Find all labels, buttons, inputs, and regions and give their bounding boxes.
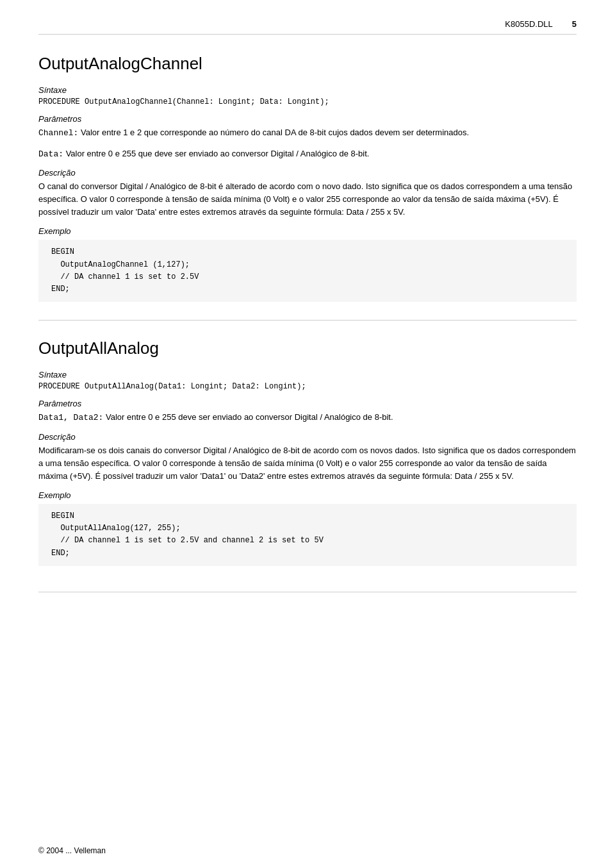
- section2-data-body: Valor entre 0 e 255 deve ser enviado ao …: [103, 412, 393, 422]
- section2-description: Descrição Modificaram-se os dois canais …: [38, 432, 577, 483]
- section1-params-label: Parâmetros: [38, 114, 577, 124]
- section2-syntax-code: PROCEDURE OutputAllAnalog(Data1: Longint…: [38, 382, 577, 391]
- section2-params: Parâmetros Data1, Data2: Valor entre 0 e…: [38, 399, 577, 424]
- section-output-analog-channel: OutputAnalogChannel Síntaxe PROCEDURE Ou…: [38, 54, 577, 302]
- section1-example: Exemplo BEGIN OutputAnalogChannel (1,127…: [38, 226, 577, 302]
- section1-params-channel: Channel: Valor entre 1 e 2 que correspon…: [38, 126, 577, 140]
- section2-syntax: Síntaxe PROCEDURE OutputAllAnalog(Data1:…: [38, 370, 577, 391]
- section1-params-data: Data: Valor entre 0 e 255 que deve ser e…: [38, 147, 577, 161]
- section2-params-data: Data1, Data2: Valor entre 0 e 255 deve s…: [38, 411, 577, 424]
- section1-description-label: Descrição: [38, 168, 577, 178]
- page: K8055D.DLL 5 OutputAnalogChannel Síntaxe…: [0, 0, 615, 868]
- section2-description-text: Modificaram-se os dois canais do convers…: [38, 444, 577, 483]
- section2-example-label: Exemplo: [38, 490, 577, 500]
- section2-example: Exemplo BEGIN OutputAllAnalog(127, 255);…: [38, 490, 577, 566]
- section1-data-prefix: Data:: [38, 149, 63, 159]
- section1-syntax-code: PROCEDURE OutputAnalogChannel(Channel: L…: [38, 97, 577, 106]
- section2-params-label: Parâmetros: [38, 399, 577, 408]
- footer-text: © 2004 ... Velleman: [38, 846, 106, 855]
- page-footer: © 2004 ... Velleman: [38, 846, 106, 855]
- section2-syntax-label: Síntaxe: [38, 370, 577, 380]
- section1-syntax: Síntaxe PROCEDURE OutputAnalogChannel(Ch…: [38, 85, 577, 106]
- section2-data-prefix: Data1, Data2:: [38, 413, 103, 422]
- page-header: K8055D.DLL 5: [38, 19, 577, 35]
- section1-channel-body: Valor entre 1 e 2 que corresponde ao núm…: [78, 128, 469, 137]
- header-page-number: 5: [572, 19, 577, 29]
- section1-description: Descrição O canal do conversor Digital /…: [38, 168, 577, 219]
- section2-example-code: BEGIN OutputAllAnalog(127, 255); // DA c…: [38, 504, 577, 566]
- section1-example-label: Exemplo: [38, 226, 577, 236]
- section2-title: OutputAllAnalog: [38, 338, 577, 358]
- section2-description-label: Descrição: [38, 432, 577, 442]
- section1-description-text: O canal do conversor Digital / Analógico…: [38, 180, 577, 219]
- section1-params: Parâmetros Channel: Valor entre 1 e 2 qu…: [38, 114, 577, 160]
- section1-example-code: BEGIN OutputAnalogChannel (1,127); // DA…: [38, 240, 577, 302]
- section1-channel-prefix: Channel:: [38, 128, 78, 138]
- section-divider-1: [38, 320, 577, 321]
- section1-data-body: Valor entre 0 e 255 que deve ser enviado…: [63, 149, 369, 158]
- section-output-all-analog: OutputAllAnalog Síntaxe PROCEDURE Output…: [38, 338, 577, 566]
- section1-syntax-label: Síntaxe: [38, 85, 577, 95]
- header-title: K8055D.DLL: [505, 19, 552, 29]
- section1-title: OutputAnalogChannel: [38, 54, 577, 74]
- section-divider-2: [38, 592, 577, 592]
